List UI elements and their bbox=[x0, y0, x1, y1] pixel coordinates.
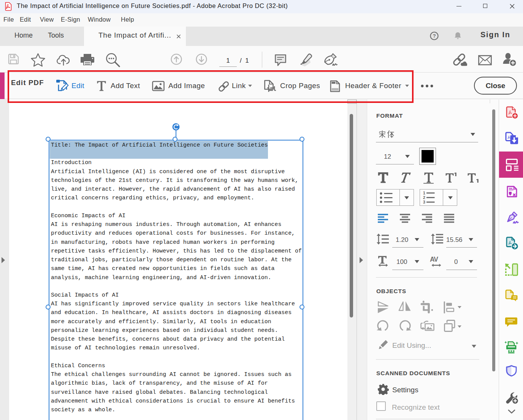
svg-text:AV: AV bbox=[430, 256, 438, 263]
svg-text:1: 1 bbox=[423, 191, 425, 195]
svg-text:2: 2 bbox=[423, 195, 425, 200]
svg-text:?: ? bbox=[433, 33, 436, 39]
svg-text:3: 3 bbox=[423, 200, 425, 204]
